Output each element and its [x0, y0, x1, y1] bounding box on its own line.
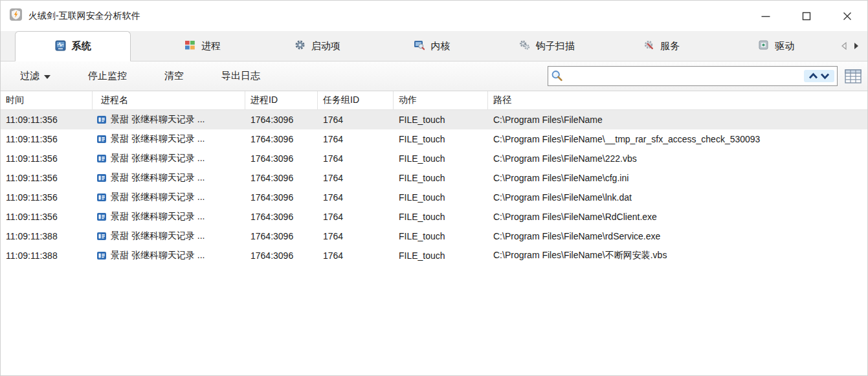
process-file-icon: [96, 173, 107, 183]
driver-chip-icon: [758, 39, 769, 52]
table-row[interactable]: 11:09:11:356 景甜 张继科聊天记录 ... 1764:3096 17…: [1, 129, 867, 149]
cell-action: FILE_touch: [394, 168, 488, 188]
process-file-icon: [96, 250, 107, 261]
column-header-group-id[interactable]: 任务组ID: [318, 91, 394, 109]
process-name: 景甜 张继科聊天记录 ...: [111, 153, 205, 164]
system-monitor-icon: [55, 40, 66, 53]
cell-pid: 1764:3096: [245, 129, 318, 149]
search-icon: [550, 69, 564, 83]
title-bar: 火绒剑-互联网安全分析软件: [1, 1, 867, 31]
column-header-action[interactable]: 动作: [394, 91, 488, 109]
table-row[interactable]: 11:09:11:388 景甜 张继科聊天记录 ... 1764:3096 17…: [1, 246, 867, 265]
cell-action: FILE_touch: [394, 207, 488, 227]
cell-group-id: 1764: [318, 227, 394, 246]
cell-pid: 1764:3096: [245, 149, 318, 168]
cell-group-id: 1764: [318, 207, 394, 227]
cell-group-id: 1764: [318, 149, 394, 168]
column-header-process[interactable]: 进程名: [93, 91, 245, 109]
process-name: 景甜 张继科聊天记录 ...: [111, 114, 205, 126]
tab-services[interactable]: 服务: [604, 31, 718, 61]
cell-path: C:\Program Files\FileName\lnk.dat: [488, 188, 867, 207]
process-name: 景甜 张继科聊天记录 ...: [111, 211, 205, 223]
cell-path: C:\Program Files\FileName\__tmp_rar_sfx_…: [488, 129, 867, 149]
app-icon: [9, 8, 23, 24]
table-row[interactable]: 11:09:11:356 景甜 张继科聊天记录 ... 1764:3096 17…: [1, 110, 867, 129]
cell-action: FILE_touch: [394, 227, 488, 246]
maximize-button[interactable]: [786, 1, 827, 31]
process-file-icon: [96, 231, 107, 241]
cell-time: 11:09:11:356: [1, 188, 93, 207]
search-nav: [804, 70, 834, 82]
table-row[interactable]: 11:09:11:356 景甜 张继科聊天记录 ... 1764:3096 17…: [1, 188, 867, 207]
table-row[interactable]: 11:09:11:356 景甜 张继科聊天记录 ... 1764:3096 17…: [1, 149, 867, 168]
cell-path: C:\Program Files\FileName\cfg.ini: [488, 168, 867, 188]
cell-group-id: 1764: [318, 188, 394, 207]
process-windows-icon: [184, 39, 195, 52]
cell-pid: 1764:3096: [245, 188, 318, 207]
tab-process[interactable]: 进程: [145, 31, 260, 61]
column-header-path[interactable]: 路径: [488, 91, 867, 109]
grid-table-icon: [845, 69, 862, 83]
tab-system[interactable]: 系统: [15, 31, 131, 61]
search-prev-icon[interactable]: [808, 72, 818, 80]
tab-label: 驱动: [775, 40, 794, 52]
tab-label: 系统: [72, 40, 91, 52]
search-next-icon[interactable]: [820, 72, 830, 80]
process-name: 景甜 张继科聊天记录 ...: [111, 133, 205, 145]
cell-group-id: 1764: [318, 168, 394, 188]
filter-button[interactable]: 过滤: [20, 70, 50, 82]
column-settings-button[interactable]: [845, 69, 862, 83]
export-log-label: 导出日志: [221, 70, 260, 82]
table-row[interactable]: 11:09:11:356 景甜 张继科聊天记录 ... 1764:3096 17…: [1, 207, 867, 227]
filter-label: 过滤: [20, 70, 39, 82]
cell-action: FILE_touch: [394, 246, 488, 265]
window-title: 火绒剑-互联网安全分析软件: [28, 10, 140, 22]
tab-hook-scan[interactable]: 钩子扫描: [489, 31, 604, 61]
clear-label: 清空: [164, 70, 184, 82]
table-row[interactable]: 11:09:11:356 景甜 张继科聊天记录 ... 1764:3096 17…: [1, 168, 867, 188]
cell-process: 景甜 张继科聊天记录 ...: [93, 188, 245, 207]
cell-pid: 1764:3096: [245, 227, 318, 246]
process-name: 景甜 张继科聊天记录 ...: [111, 172, 205, 184]
cell-process: 景甜 张继科聊天记录 ...: [93, 149, 245, 168]
search-input[interactable]: [564, 67, 804, 85]
column-header-time[interactable]: 时间: [1, 91, 93, 109]
tab-label: 启动项: [311, 40, 340, 52]
stop-monitor-button[interactable]: 停止监控: [88, 70, 127, 82]
tab-drivers[interactable]: 驱动: [719, 31, 834, 61]
tab-scroll-right-icon[interactable]: [853, 42, 860, 50]
tab-kernel[interactable]: 内核: [375, 31, 489, 61]
tab-label: 内核: [430, 40, 450, 52]
cell-group-id: 1764: [318, 129, 394, 149]
cell-time: 11:09:11:356: [1, 129, 93, 149]
export-log-button[interactable]: 导出日志: [221, 70, 260, 82]
tab-startup[interactable]: 启动项: [260, 31, 375, 61]
close-button[interactable]: [827, 1, 867, 31]
cell-time: 11:09:11:388: [1, 246, 93, 265]
process-name: 景甜 张继科聊天记录 ...: [111, 230, 205, 242]
minimize-button[interactable]: [745, 1, 786, 31]
cell-action: FILE_touch: [394, 129, 488, 149]
cell-action: FILE_touch: [394, 149, 488, 168]
cell-time: 11:09:11:356: [1, 149, 93, 168]
tab-bar: 系统 进程 启动项 内核 钩子扫描: [1, 31, 867, 61]
cell-group-id: 1764: [318, 246, 394, 265]
process-name: 景甜 张继科聊天记录 ...: [111, 192, 205, 203]
table-row[interactable]: 11:09:11:388 景甜 张继科聊天记录 ... 1764:3096 17…: [1, 227, 867, 246]
tab-scroll-left-icon[interactable]: [841, 42, 847, 50]
cell-path: C:\Program Files\FileName\RdClient.exe: [488, 207, 867, 227]
tab-label: 钩子扫描: [536, 40, 575, 52]
process-file-icon: [96, 212, 107, 222]
screen-magnifier-icon: [414, 39, 425, 52]
process-file-icon: [96, 153, 107, 164]
cell-path: C:\Program Files\FileName\rdService.exe: [488, 227, 867, 246]
gears-icon: [519, 39, 530, 52]
clear-button[interactable]: 清空: [164, 70, 184, 82]
column-header-pid[interactable]: 进程ID: [245, 91, 318, 109]
cell-time: 11:09:11:356: [1, 110, 93, 129]
cell-pid: 1764:3096: [245, 207, 318, 227]
cell-pid: 1764:3096: [245, 246, 318, 265]
app-window: 火绒剑-互联网安全分析软件 系统 进程: [0, 0, 868, 376]
toolbar: 过滤 停止监控 清空 导出日志: [1, 61, 867, 91]
cell-process: 景甜 张继科聊天记录 ...: [93, 168, 245, 188]
